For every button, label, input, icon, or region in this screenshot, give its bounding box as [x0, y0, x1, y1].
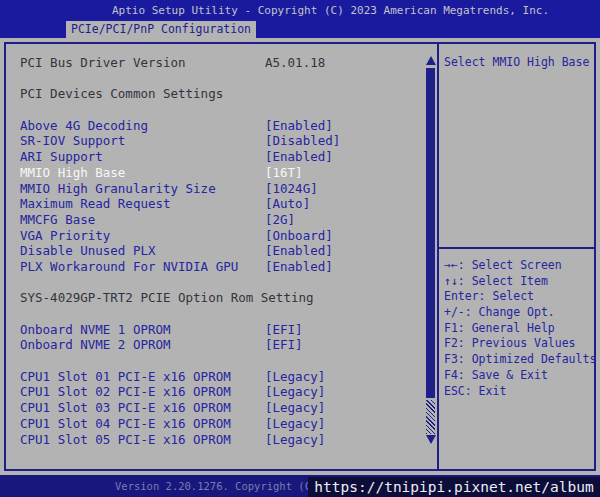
footer-bar: Version 2.20.1276. Copyright (C https://… — [0, 475, 600, 497]
menu-item-label: PCI Devices Common Settings — [20, 86, 223, 101]
menu-item-row[interactable]: Onboard NVME 2 OPROM[EFI] — [6, 337, 425, 353]
help-key-row: F1: General Help — [444, 321, 594, 337]
menu-spacer — [6, 353, 425, 369]
menu-item-value: [Legacy] — [265, 432, 325, 448]
menu-item-row[interactable]: SR-IOV Support[Disabled] — [6, 133, 425, 149]
app-title: Aptio Setup Utility - Copyright (C) 2023… — [112, 4, 549, 17]
menu-item-value: [Legacy] — [265, 416, 325, 432]
menu-item-value: [EFI] — [265, 337, 303, 353]
menu-item-label: Disable Unused PLX — [20, 243, 155, 258]
menu-item-value: [1024G] — [265, 181, 318, 197]
tab-bar: PCIe/PCI/PnP Configuration — [0, 20, 600, 38]
main-frame: PCI Bus Driver VersionA5.01.18PCI Device… — [4, 42, 596, 471]
tab-pcie-pci-pnp-configuration[interactable]: PCIe/PCI/PnP Configuration — [66, 21, 256, 38]
menu-item-label: VGA Priority — [20, 228, 110, 243]
menu-item-value: [EFI] — [265, 322, 303, 338]
menu-item-value: [Enabled] — [265, 149, 333, 165]
menu-item-label: MMCFG Base — [20, 212, 95, 227]
menu-item-label: Onboard NVME 1 OPROM — [20, 322, 171, 337]
scrollbar-track[interactable] — [426, 400, 435, 434]
menu-item-value: [16T] — [265, 165, 303, 181]
menu-item-label: CPU1 Slot 03 PCI-E x16 OPROM — [20, 400, 231, 415]
menu-item-label: CPU1 Slot 05 PCI-E x16 OPROM — [20, 432, 231, 447]
menu-item-value: A5.01.18 — [265, 55, 325, 71]
menu-item-label: PLX Workaround For NVIDIA GPU — [20, 259, 238, 274]
menu-item-label: MMIO High Base — [20, 165, 125, 180]
menu-item-row[interactable]: CPU1 Slot 02 PCI-E x16 OPROM[Legacy] — [6, 384, 425, 400]
menu-item-value: [Enabled] — [265, 259, 333, 275]
menu-item-row[interactable]: MMIO High Granularity Size[1024G] — [6, 181, 425, 197]
scroll-down-icon[interactable] — [426, 435, 436, 444]
menu-item-value: [Enabled] — [265, 118, 333, 134]
item-help-text: Select MMIO High Base — [444, 55, 589, 70]
help-key-row: ESC: Exit — [444, 384, 594, 400]
menu-section-heading: SYS-4029GP-TRT2 PCIE Option Rom Setting — [6, 290, 425, 306]
menu-item-label: CPU1 Slot 04 PCI-E x16 OPROM — [20, 416, 231, 431]
menu-item-label: PCI Bus Driver Version — [20, 55, 186, 70]
scrollbar[interactable] — [425, 44, 437, 469]
menu-item-row[interactable]: Onboard NVME 1 OPROM[EFI] — [6, 322, 425, 338]
menu-item-row[interactable]: CPU1 Slot 03 PCI-E x16 OPROM[Legacy] — [6, 400, 425, 416]
menu-item-value: [Disabled] — [265, 133, 340, 149]
menu-item-value: [2G] — [265, 212, 295, 228]
menu-item-label: Above 4G Decoding — [20, 118, 148, 133]
menu-item-row[interactable]: CPU1 Slot 04 PCI-E x16 OPROM[Legacy] — [6, 416, 425, 432]
menu-item-row[interactable]: CPU1 Slot 05 PCI-E x16 OPROM[Legacy] — [6, 432, 425, 448]
scroll-up-icon[interactable] — [426, 56, 436, 65]
menu-item-label: CPU1 Slot 02 PCI-E x16 OPROM — [20, 384, 231, 399]
menu-item-label: MMIO High Granularity Size — [20, 181, 216, 196]
menu-spacer — [6, 71, 425, 87]
menu-item-label: SYS-4029GP-TRT2 PCIE Option Rom Setting — [20, 290, 314, 305]
menu-item-value: [Legacy] — [265, 369, 325, 385]
help-key-row: F3: Optimized Defaults — [444, 352, 594, 368]
menu-item-row[interactable]: Disable Unused PLX[Enabled] — [6, 243, 425, 259]
menu-item-value: [Auto] — [265, 196, 310, 212]
settings-list: PCI Bus Driver VersionA5.01.18PCI Device… — [6, 44, 425, 469]
help-key-row: +/-: Change Opt. — [444, 305, 594, 321]
menu-item-label: SR-IOV Support — [20, 133, 125, 148]
help-panel: Select MMIO High Base →←: Select Screen↑… — [439, 44, 594, 469]
version-text: Version 2.20.1276. Copyright (C — [115, 480, 311, 492]
menu-item-value: [Onboard] — [265, 228, 333, 244]
help-key-row: ↑↓: Select Item — [444, 274, 594, 290]
menu-item-value: [Enabled] — [265, 243, 333, 259]
help-key-row: F2: Previous Values — [444, 336, 594, 352]
menu-item-label: ARI Support — [20, 149, 103, 164]
menu-item-label: CPU1 Slot 01 PCI-E x16 OPROM — [20, 369, 231, 384]
menu-item-label: Maximum Read Request — [20, 196, 171, 211]
menu-section-heading: PCI Devices Common Settings — [6, 86, 425, 102]
help-divider — [439, 247, 594, 249]
main-area: PCI Bus Driver VersionA5.01.18PCI Device… — [0, 38, 600, 475]
help-key-row: F4: Save & Exit — [444, 368, 594, 384]
help-key-row: Enter: Select — [444, 289, 594, 305]
menu-item-label: Onboard NVME 2 OPROM — [20, 337, 171, 352]
menu-spacer — [6, 275, 425, 291]
title-bar: Aptio Setup Utility - Copyright (C) 2023… — [0, 0, 600, 20]
menu-info-row: PCI Bus Driver VersionA5.01.18 — [6, 55, 425, 71]
menu-item-row-selected[interactable]: MMIO High Base[16T] — [6, 165, 425, 181]
watermark-text: https://tnipipi.pixnet.net/album — [308, 477, 600, 497]
menu-item-row[interactable]: Maximum Read Request[Auto] — [6, 196, 425, 212]
menu-item-row[interactable]: VGA Priority[Onboard] — [6, 228, 425, 244]
menu-spacer — [6, 306, 425, 322]
menu-item-row[interactable]: PLX Workaround For NVIDIA GPU[Enabled] — [6, 259, 425, 275]
menu-item-row[interactable]: CPU1 Slot 01 PCI-E x16 OPROM[Legacy] — [6, 369, 425, 385]
menu-item-value: [Legacy] — [265, 384, 325, 400]
key-legend: →←: Select Screen↑↓: Select ItemEnter: S… — [444, 258, 594, 399]
menu-spacer — [6, 102, 425, 118]
help-key-row: →←: Select Screen — [444, 258, 594, 274]
menu-item-row[interactable]: ARI Support[Enabled] — [6, 149, 425, 165]
scrollbar-thumb[interactable] — [426, 68, 435, 398]
menu-item-row[interactable]: MMCFG Base[2G] — [6, 212, 425, 228]
menu-item-value: [Legacy] — [265, 400, 325, 416]
menu-item-row[interactable]: Above 4G Decoding[Enabled] — [6, 118, 425, 134]
